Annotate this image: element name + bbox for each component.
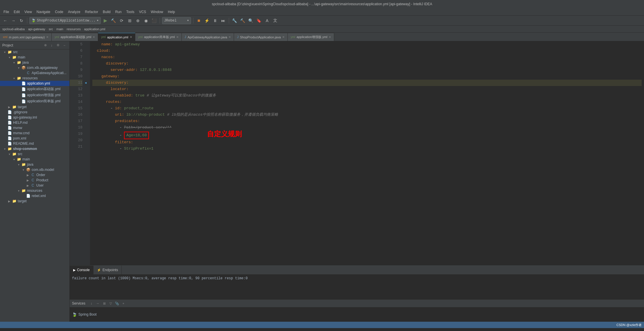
tab-simple-close[interactable]: ✕ (176, 35, 179, 39)
services-btn-4[interactable]: ▽ (108, 301, 113, 306)
toolbar-btn-15[interactable]: A (264, 17, 271, 24)
menu-view[interactable]: View (22, 9, 34, 15)
services-btn-5[interactable]: 📎 (114, 301, 120, 306)
toolbar-btn-13[interactable]: 🔍 (247, 17, 254, 24)
services-btn-1[interactable]: ↕ (89, 301, 94, 306)
tab-app-enhanced[interactable]: yml application增强版.yml ✕ (288, 33, 334, 41)
tree-main[interactable]: ▾ 📁 main (0, 55, 69, 60)
menu-build[interactable]: Build (100, 9, 113, 15)
toolbar-forward-btn[interactable]: → (10, 17, 17, 24)
build-btn[interactable]: 🔨 (110, 17, 117, 24)
tab-gateway-close[interactable]: ✕ (229, 35, 231, 39)
tab-api-gateway-app[interactable]: J ApiGatewayApplication.java ✕ (182, 33, 234, 41)
toolbar-btn-5[interactable]: ⊕ (134, 17, 141, 24)
tree-target[interactable]: ▶ 📁 target (0, 104, 69, 110)
tree-shop-resources[interactable]: ▾ 📁 resources (0, 188, 69, 193)
tree-mvnw[interactable]: 📄 mvnw (0, 125, 69, 130)
tree-resources[interactable]: ▾ 📁 resources (0, 76, 69, 81)
menu-code[interactable]: Code (53, 9, 66, 15)
code-area[interactable]: name: api-gateway cloud: nacos: discover… (90, 41, 644, 265)
tree-package[interactable]: ▾ 📦 com.xlb.apigateway (0, 65, 69, 70)
menu-vcs[interactable]: VCS (137, 9, 149, 15)
toolbar-btn-3[interactable]: ⟳ (118, 17, 125, 24)
endpoints-tab[interactable]: ⚡ Endpoints (93, 266, 122, 274)
run-config-dropdown[interactable]: 🍃 ShopProductApplicationtow... ▾ (29, 17, 101, 24)
tree-gitignore[interactable]: 📄 .gitignore (0, 110, 69, 115)
services-btn-2[interactable]: ↔ (95, 301, 100, 306)
toolbar-btn-9[interactable]: ⏸ (212, 17, 219, 24)
menu-run[interactable]: Run (113, 9, 124, 15)
breadcrumb-resources[interactable]: resources (67, 27, 81, 31)
tree-shop-java[interactable]: ▾ 📁 java (0, 162, 69, 167)
tree-xlb-model[interactable]: ▾ 📦 com.xlb.model (0, 167, 69, 172)
console-tab[interactable]: ▶ Console (70, 266, 93, 274)
stop-btn[interactable]: ■ (195, 17, 202, 24)
tab-app-basic[interactable]: yml application基础版.yml ✕ (52, 33, 98, 41)
tree-readme[interactable]: 📄 README.md (0, 141, 69, 146)
toolbar-btn-11[interactable]: 🔧 (231, 17, 238, 24)
run-btn[interactable]: ▶ (102, 17, 109, 24)
tree-help-md[interactable]: 📄 HELP.md (0, 120, 69, 125)
jrebel-dropdown[interactable]: JRebel ▾ (162, 17, 191, 24)
tree-rebel-xml[interactable]: 📄 rebel.xml (0, 193, 69, 198)
tab-pom-close[interactable]: ✕ (46, 35, 48, 39)
toolbar-btn-12[interactable]: 🔨 (239, 17, 246, 24)
toolbar-refresh-btn[interactable]: ↻ (18, 17, 25, 24)
tree-shop-src[interactable]: ▾ 📁 src (0, 151, 69, 157)
menu-window[interactable]: Window (148, 9, 166, 15)
tree-order-class[interactable]: ▶ C Order (0, 172, 69, 178)
menu-edit[interactable]: Edit (11, 9, 22, 15)
tree-product-class[interactable]: ▶ C Product (0, 178, 69, 183)
tree-app-enhanced-yml[interactable]: 📄 application增强版.yml (0, 92, 69, 98)
tree-api-gateway-class[interactable]: C ApiGatewayApplicati... (0, 70, 69, 76)
tree-shop-target[interactable]: ▶ 📁 target (0, 198, 69, 204)
tab-enhanced-close[interactable]: ✕ (329, 35, 331, 39)
tab-app-yml[interactable]: yml application.yml ✕ (98, 33, 135, 41)
tree-shop-common[interactable]: ▾ 📁 shop-common (0, 146, 69, 151)
sidebar-sync-btn[interactable]: ↕ (49, 43, 54, 48)
toolbar-btn-14[interactable]: 🔖 (256, 17, 262, 24)
code-line-18: - Path=/product-serv/** (92, 124, 642, 131)
menu-tools[interactable]: Tools (124, 9, 137, 15)
tree-mvnw-cmd[interactable]: 📄 mvnw.cmd (0, 130, 69, 136)
tree-user-class[interactable]: ▶ C User (0, 183, 69, 188)
tree-api-iml[interactable]: 📄 api-gateway.iml (0, 115, 69, 120)
menu-navigate[interactable]: Navigate (34, 9, 53, 15)
toolbar-btn-6[interactable]: ◉ (143, 17, 150, 24)
toolbar-btn-7[interactable]: ⬛ (151, 17, 158, 24)
services-btn-3[interactable]: ⊞ (102, 301, 107, 306)
breadcrumb-project[interactable]: spcloud-alibaba (2, 27, 25, 31)
services-btn-6[interactable]: + (121, 301, 126, 306)
breadcrumb-file[interactable]: application.yml (84, 27, 105, 31)
tab-app-simple[interactable]: yml application简单版.yml ✕ (135, 33, 182, 41)
tree-shop-main[interactable]: ▾ 📁 main (0, 157, 69, 162)
tab-yml-close[interactable]: ✕ (130, 35, 132, 39)
spring-boot-service[interactable]: 🍃 Spring Boot (72, 312, 97, 317)
toolbar-btn-4[interactable]: ⊞ (126, 17, 133, 24)
sidebar-minimize-btn[interactable]: − (62, 43, 67, 48)
tab-basic-close[interactable]: ✕ (93, 35, 95, 39)
toolbar-btn-8[interactable]: ⚡ (204, 17, 211, 24)
tree-application-yml[interactable]: 📄 application.yml (0, 81, 69, 86)
breadcrumb-main[interactable]: main (56, 27, 63, 31)
tab-shop-close[interactable]: ✕ (282, 35, 285, 39)
sidebar-add-btn[interactable]: ⊕ (43, 43, 48, 48)
tree-app-simple-yml[interactable]: 📄 application简单版.yml (0, 98, 69, 104)
editor-content[interactable]: 5 6 7 8 9 10 11 12 13 14 15 16 17 18 19 … (70, 41, 644, 265)
tree-pom-xml[interactable]: 📄 pom.xml (0, 136, 69, 141)
breadcrumb-module[interactable]: api-gateway (28, 27, 45, 31)
breadcrumb-src[interactable]: src (49, 27, 53, 31)
menu-analyze[interactable]: Analyze (66, 9, 83, 15)
menu-help[interactable]: Help (166, 9, 177, 15)
sidebar-settings-btn[interactable]: ⚙ (55, 43, 61, 48)
menu-refactor[interactable]: Refactor (83, 9, 100, 15)
tree-src[interactable]: ▾ 📁 src (0, 49, 69, 55)
tree-app-basic-yml[interactable]: 📄 application基础版.yml (0, 86, 69, 92)
toolbar-btn-10[interactable]: ⏭ (220, 17, 227, 24)
toolbar-back-btn[interactable]: ← (2, 17, 9, 24)
tab-shop-product-app[interactable]: J ShopProductApplication.java ✕ (234, 33, 288, 41)
tree-java[interactable]: ▾ 📁 java (0, 60, 69, 65)
toolbar-btn-16[interactable]: 文 (272, 17, 279, 24)
tab-pom-xml[interactable]: xml m pom.xml (api-gateway) ✕ (0, 33, 52, 41)
menu-file[interactable]: File (1, 9, 11, 15)
